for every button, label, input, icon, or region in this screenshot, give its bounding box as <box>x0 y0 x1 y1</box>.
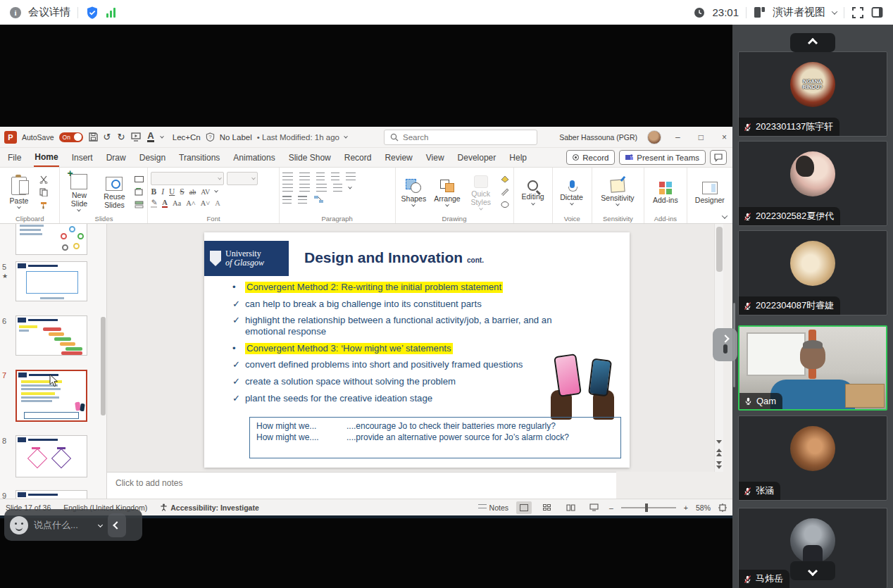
zoom-level[interactable]: 58% <box>696 503 711 512</box>
chevron-down-icon[interactable] <box>344 134 348 138</box>
zoom-out-button[interactable]: – <box>609 503 613 512</box>
align-text-icon[interactable] <box>298 196 307 204</box>
comments-button[interactable] <box>710 150 727 165</box>
next-slide-button[interactable] <box>716 461 722 469</box>
notes-toggle-button[interactable]: Notes <box>478 503 508 512</box>
account-avatar[interactable] <box>647 130 661 144</box>
tab-design[interactable]: Design <box>139 149 166 166</box>
align-center-icon[interactable] <box>299 184 310 192</box>
align-right-icon[interactable] <box>316 184 327 192</box>
font-size-combobox[interactable] <box>227 172 258 185</box>
network-signal-icon[interactable] <box>106 8 115 18</box>
slideshow-view-button[interactable] <box>586 501 601 514</box>
numbered-list-icon[interactable] <box>299 173 310 180</box>
chevron-down-icon[interactable] <box>98 523 103 527</box>
clear-formatting-button[interactable]: A <box>215 199 220 207</box>
change-case-button[interactable]: Aa <box>173 199 181 207</box>
align-left-icon[interactable] <box>282 184 293 192</box>
zoom-slider[interactable] <box>621 507 676 508</box>
chevron-down-icon[interactable] <box>348 184 352 189</box>
designer-button[interactable]: Designer <box>690 180 730 204</box>
collapse-chat-button[interactable] <box>108 513 126 537</box>
security-shield-icon[interactable] <box>85 6 99 20</box>
sensitivity-button[interactable]: Sensitivity <box>595 177 640 206</box>
tab-file[interactable]: File <box>7 149 22 166</box>
tab-review[interactable]: Review <box>384 149 413 166</box>
sensitivity-label[interactable]: No Label <box>220 133 252 142</box>
current-slide[interactable]: Universityof Glasgow Design and Innovati… <box>204 232 630 468</box>
search-input[interactable] <box>403 133 516 142</box>
line-spacing-icon[interactable] <box>346 173 356 180</box>
shape-outline-icon[interactable] <box>499 187 511 196</box>
grow-font-button[interactable]: A˄ <box>186 199 196 207</box>
slide-layout-icon[interactable] <box>133 175 144 184</box>
thumbnail-scrollbar[interactable] <box>101 317 106 415</box>
tab-record[interactable]: Record <box>344 149 373 166</box>
format-painter-icon[interactable] <box>38 200 49 209</box>
bullet-list-icon[interactable] <box>282 173 293 180</box>
autosave-toggle[interactable]: On <box>59 132 83 142</box>
fullscreen-icon[interactable] <box>851 6 864 19</box>
shape-fill-icon[interactable] <box>499 175 511 184</box>
tab-developer[interactable]: Developer <box>457 149 497 166</box>
justify-icon[interactable] <box>333 184 342 192</box>
slide-thumbnail[interactable]: 5 ★ <box>0 261 106 304</box>
previous-slide-button[interactable] <box>716 449 722 456</box>
tab-slideshow[interactable]: Slide Show <box>288 149 332 166</box>
tab-transitions[interactable]: Transitions <box>178 149 220 166</box>
font-color-icon[interactable]: A <box>147 132 154 142</box>
emoji-button[interactable] <box>10 516 28 534</box>
save-icon[interactable] <box>88 132 99 142</box>
convert-smartart-icon[interactable] <box>313 195 325 204</box>
chat-input[interactable] <box>34 520 93 530</box>
arrange-button[interactable]: Arrange <box>432 177 463 207</box>
zoom-in-button[interactable]: + <box>684 503 688 512</box>
shrink-font-button[interactable]: A˅ <box>201 199 211 207</box>
sidebar-expand-handle[interactable] <box>713 328 737 361</box>
tab-help[interactable]: Help <box>508 149 527 166</box>
last-modified[interactable]: • Last Modified: 1h ago <box>257 133 339 142</box>
addins-button[interactable]: Add-ins <box>647 180 684 204</box>
shape-effects-icon[interactable] <box>499 200 511 209</box>
participant-tile[interactable]: 2022304087时睿婕 <box>738 230 887 315</box>
start-slideshow-icon[interactable] <box>131 132 141 142</box>
italic-button[interactable]: I <box>161 187 164 196</box>
accessibility-status[interactable]: Accessibility: Investigate <box>160 503 258 512</box>
participant-tile[interactable]: 2022302582夏伊代 <box>738 141 887 226</box>
scroll-down-icon[interactable] <box>716 440 722 444</box>
redo-icon[interactable]: ↻ <box>117 132 125 142</box>
new-slide-button[interactable]: New Slide <box>63 172 95 212</box>
fit-to-window-icon[interactable] <box>718 503 727 512</box>
slide-thumbnail[interactable]: 9 <box>0 490 106 499</box>
character-spacing-button[interactable]: AV <box>201 188 210 196</box>
highlight-color-button[interactable]: ✎ <box>151 198 157 208</box>
present-in-teams-button[interactable]: Present in Teams <box>619 150 706 165</box>
chevron-down-icon[interactable] <box>214 189 218 193</box>
qat-overflow-icon[interactable] <box>160 134 164 138</box>
reading-view-button[interactable] <box>563 501 578 514</box>
dictate-button[interactable]: Dictate <box>556 178 588 206</box>
font-color-button[interactable]: A <box>162 199 168 208</box>
participant-tile-speaking[interactable]: Qam <box>738 325 887 411</box>
tab-draw[interactable]: Draw <box>106 149 127 166</box>
indent-increase-icon[interactable] <box>331 173 339 180</box>
normal-view-button[interactable] <box>516 501 532 514</box>
bold-button[interactable]: B <box>151 187 156 196</box>
chevron-down-icon[interactable] <box>832 8 837 14</box>
view-mode-dropdown[interactable]: 演讲者视图 <box>773 6 825 19</box>
account-name[interactable]: Saber Hassouna (PGR) <box>559 133 637 142</box>
section-icon[interactable] <box>133 200 144 209</box>
undo-icon[interactable]: ↺ <box>104 132 111 142</box>
slide-thumbnail[interactable]: 8 <box>0 435 106 479</box>
participant-tile[interactable]: NGANARINDU? 2023301137陈宇轩 <box>738 51 887 137</box>
shapes-button[interactable]: Shapes <box>399 177 430 207</box>
meeting-details-button[interactable]: 会议详情 <box>28 6 70 19</box>
chat-quick-input[interactable] <box>4 509 142 541</box>
reset-slide-icon[interactable] <box>133 187 144 196</box>
notes-pane[interactable]: Click to add notes <box>107 472 616 499</box>
indent-decrease-icon[interactable] <box>316 173 325 180</box>
scroll-participants-up-button[interactable] <box>790 33 835 52</box>
copy-icon[interactable] <box>38 187 49 196</box>
text-direction-icon[interactable] <box>282 196 292 204</box>
reuse-slides-button[interactable]: Reuse Slides <box>98 175 130 209</box>
